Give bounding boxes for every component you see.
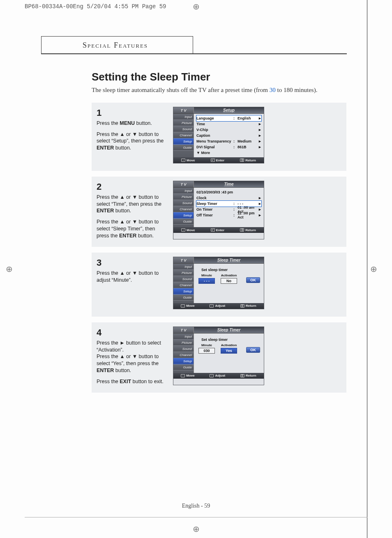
tv-menu-sidebar: InputPictureSoundChannelSetupGuide bbox=[173, 188, 194, 227]
step-block: 2Press the ▲ or ▼ button to select “Time… bbox=[92, 177, 346, 247]
footer-hint-icon: ↕ bbox=[210, 374, 214, 377]
ok-button[interactable]: OK bbox=[246, 277, 260, 283]
sleep-minute-value[interactable]: - - - bbox=[198, 278, 215, 284]
step-paragraph: Press the ► button to select “Activation… bbox=[97, 340, 166, 374]
menu-row-label: On Timer bbox=[196, 207, 233, 212]
tv-menu-pane: Set sleep timer Minute - - - Activation … bbox=[194, 264, 264, 303]
menu-row-label: Menu Transparency bbox=[196, 139, 233, 143]
section-tab: Special Features bbox=[41, 36, 193, 53]
section-rule bbox=[41, 53, 347, 54]
sleep-minute-column: Minute 030 bbox=[198, 343, 216, 354]
step-block: 3Press the ▲ or ▼ button to adjust “Minu… bbox=[92, 253, 346, 317]
menu-row-colon: : bbox=[233, 145, 238, 149]
sidebar-item-picture[interactable]: Picture bbox=[173, 194, 194, 200]
chevron-right-icon: ► bbox=[258, 145, 261, 149]
step-number: 3 bbox=[97, 257, 166, 269]
sidebar-item-sound[interactable]: Sound bbox=[173, 276, 194, 282]
sidebar-item-channel[interactable]: Channel bbox=[173, 132, 194, 138]
tv-osd-badge: T V bbox=[173, 181, 194, 187]
sidebar-item-input[interactable]: Input bbox=[173, 264, 194, 270]
sidebar-item-channel[interactable]: Channel bbox=[173, 352, 194, 358]
menu-row[interactable]: Menu Transparency:Medium► bbox=[196, 138, 261, 144]
ok-button[interactable]: OK bbox=[246, 347, 260, 353]
sidebar-item-picture[interactable]: Picture bbox=[173, 270, 194, 276]
footer-hint-enter: ↵Enter bbox=[211, 159, 224, 162]
tv-osd-screenshot: T V Time InputPictureSoundChannelSetupGu… bbox=[173, 181, 264, 239]
sidebar-item-guide[interactable]: Guide bbox=[173, 145, 194, 151]
chevron-right-icon: ► bbox=[258, 122, 261, 126]
sidebar-item-sound[interactable]: Sound bbox=[173, 200, 194, 206]
step-number: 4 bbox=[97, 326, 166, 339]
menu-row: 02/10/2003/03 :43 pm bbox=[196, 189, 261, 195]
sleep-activation-label: Activation bbox=[220, 343, 238, 347]
footer-hint-enter: ↵Enter bbox=[211, 228, 224, 232]
footer-hint-icon: ☰ bbox=[240, 228, 244, 232]
menu-row[interactable]: Time► bbox=[196, 121, 261, 127]
tv-osd-badge: T V bbox=[173, 107, 194, 113]
menu-row[interactable]: Caption► bbox=[196, 133, 261, 138]
footer-hint-move: ↕Move bbox=[181, 228, 195, 232]
page-footer: English - 59 bbox=[0, 503, 392, 509]
sidebar-item-guide[interactable]: Guide bbox=[173, 294, 194, 301]
sidebar-item-channel[interactable]: Channel bbox=[173, 282, 194, 288]
footer-hint-icon: ☰ bbox=[240, 304, 244, 308]
menu-row-colon: : bbox=[233, 139, 238, 143]
tv-menu-sidebar: InputPictureSoundChannelSetupGuide bbox=[173, 114, 194, 157]
menu-row[interactable]: V-Chip► bbox=[196, 127, 261, 133]
sidebar-item-channel[interactable]: Channel bbox=[173, 206, 194, 212]
tv-osd-body: InputPictureSoundChannelSetupGuide 02/10… bbox=[173, 188, 264, 227]
sleep-minute-label: Minute bbox=[198, 274, 216, 277]
sidebar-item-picture[interactable]: Picture bbox=[173, 120, 194, 126]
footer-hint-icon: ↔ bbox=[181, 304, 185, 308]
chevron-right-icon: ► bbox=[258, 116, 261, 120]
chevron-right-icon: ► bbox=[258, 213, 261, 217]
step-paragraph: Press the ▲ or ▼ button to select “Time”… bbox=[97, 194, 166, 215]
footer-hint-return: ☰Return bbox=[240, 159, 256, 162]
tv-menu-pane: Language:English►Time►V-Chip►Caption►Men… bbox=[194, 114, 264, 157]
sidebar-item-input[interactable]: Input bbox=[173, 114, 194, 120]
sidebar-item-sound[interactable]: Sound bbox=[173, 346, 194, 352]
menu-row-label: Sleep Timer bbox=[196, 202, 233, 206]
step-number: 2 bbox=[97, 181, 166, 193]
sidebar-item-picture[interactable]: Picture bbox=[173, 340, 194, 346]
menu-row-value: Medium bbox=[238, 139, 258, 143]
sidebar-item-setup[interactable]: Setup bbox=[173, 138, 194, 145]
footer-hint-icon: ↔ bbox=[181, 374, 185, 377]
sleep-activation-value[interactable]: Yes bbox=[221, 348, 237, 354]
tv-osd-title: Sleep Timer bbox=[194, 257, 264, 263]
footer-hint-move: ↔Move bbox=[181, 304, 194, 308]
menu-row-label: Time bbox=[196, 122, 233, 126]
footer-hint-icon: ↕ bbox=[181, 228, 185, 232]
tv-osd-screenshot: T V Sleep Timer InputPictureSoundChannel… bbox=[173, 326, 264, 385]
sleep-minute-value[interactable]: 030 bbox=[198, 348, 215, 354]
crop-mark-top-icon: ⊕ bbox=[193, 2, 200, 11]
sleep-activation-column: Activation Yes bbox=[220, 343, 238, 354]
menu-row[interactable]: Clock► bbox=[196, 195, 261, 201]
sleep-activation-column: Activation No bbox=[220, 274, 238, 284]
sidebar-item-setup[interactable]: Setup bbox=[173, 212, 194, 218]
tv-osd-header: T V Sleep Timer bbox=[173, 257, 264, 264]
print-slug: BP68-00334A-00Eng 5/20/04 4:55 PM Page 5… bbox=[25, 3, 166, 10]
menu-row[interactable]: Language:English► bbox=[196, 115, 261, 121]
sidebar-item-guide[interactable]: Guide bbox=[173, 364, 194, 370]
sidebar-item-input[interactable]: Input bbox=[173, 188, 194, 194]
step-number: 1 bbox=[97, 107, 166, 119]
sidebar-item-setup[interactable]: Setup bbox=[173, 288, 194, 294]
page-title: Setting the Sleep Timer bbox=[92, 71, 346, 83]
sidebar-item-sound[interactable]: Sound bbox=[173, 126, 194, 132]
chevron-right-icon: ► bbox=[258, 133, 261, 138]
menu-row[interactable]: DVI Signal:861B► bbox=[196, 144, 261, 150]
crop-mark-bottom-icon: ⊕ bbox=[193, 524, 200, 534]
sidebar-item-input[interactable]: Input bbox=[173, 333, 194, 340]
chevron-right-icon: ► bbox=[258, 207, 261, 212]
step-paragraph: Press the EXIT button to exit. bbox=[97, 378, 166, 385]
footer-hint-move: ↕Move bbox=[181, 159, 195, 162]
menu-row-value: English bbox=[238, 116, 258, 120]
sidebar-item-guide[interactable]: Guide bbox=[173, 218, 194, 225]
sidebar-item-setup[interactable]: Setup bbox=[173, 358, 194, 364]
menu-row-label: Caption bbox=[196, 133, 233, 138]
sleep-activation-value[interactable]: No bbox=[221, 278, 237, 284]
menu-row[interactable]: Off Timer:12 :00 pm Act► bbox=[196, 212, 261, 218]
menu-row[interactable]: ▼ More bbox=[196, 150, 261, 156]
tv-osd-body: InputPictureSoundChannelSetupGuide Langu… bbox=[173, 114, 264, 157]
